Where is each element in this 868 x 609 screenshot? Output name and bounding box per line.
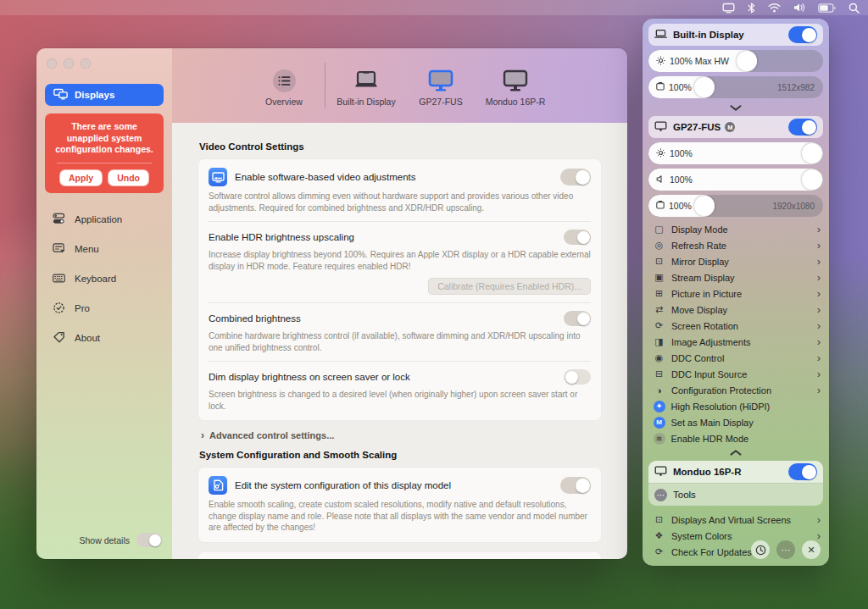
wifi-icon[interactable] [768, 3, 781, 13]
menu-item-displays-and-virtual-screens[interactable]: ⊡ Displays And Virtual Screens › [648, 512, 823, 528]
builtin-display-row[interactable]: Built-in Display [648, 24, 823, 46]
builtin-resolution-slider[interactable]: 100% 1512x982 [648, 76, 823, 98]
dim-on-screensaver-toggle[interactable] [564, 369, 591, 385]
combined-brightness-toggle[interactable] [564, 311, 591, 326]
slider-label: 100% Max HW [670, 56, 729, 66]
gp27-display-row[interactable]: GP27-FUS M [648, 116, 823, 138]
overview-list-icon [273, 69, 296, 92]
tools-row[interactable]: ⋯ Tools [648, 483, 823, 506]
sidebar-item-pro[interactable]: Pro [45, 294, 164, 324]
setting-description: Increase display brightness beyond 100%.… [209, 249, 591, 272]
menu-item-image-adjustments[interactable]: ◨ Image Adjustments › [648, 334, 823, 350]
resolution-value: 1920x1080 [773, 195, 815, 217]
chevron-right-icon: › [817, 256, 821, 267]
bluetooth-icon[interactable] [748, 3, 755, 14]
builtin-display-toggle[interactable] [788, 26, 817, 43]
sidebar-item-about[interactable]: About [45, 324, 164, 353]
tab-built-in-display[interactable]: Built-in Display [329, 65, 403, 107]
gp27-resolution-slider[interactable]: 100% 1920x1080 [648, 195, 823, 217]
configuration-protection-icon: ◑ [653, 385, 665, 396]
tab-gp27-fus-selected[interactable]: GP27-FUS [403, 65, 478, 107]
setting-title: Edit the system configuration of this di… [235, 480, 553, 490]
apply-button[interactable]: Apply [60, 170, 102, 185]
chevron-right-icon: › [817, 272, 821, 283]
betterdisplay-settings-window: Displays There are some unapplied system… [36, 48, 627, 559]
advanced-control-settings-link[interactable]: › Advanced control settings... [201, 429, 602, 441]
sidebar-item-menu[interactable]: Menu [45, 235, 164, 264]
close-panel-button[interactable]: ✕ [802, 540, 821, 559]
video-section-title: Video Control Settings [199, 141, 602, 152]
software-video-adjustments-toggle[interactable] [560, 169, 591, 185]
volume-icon[interactable] [793, 3, 805, 13]
setting-description: Enable smooth scaling, create custom sca… [209, 499, 591, 534]
menu-item-ddc-control[interactable]: ◉ DDC Control › [648, 350, 823, 366]
menu-item-ddc-input-source[interactable]: ⊟ DDC Input Source › [648, 366, 823, 382]
more-options-button[interactable]: ⋯ [776, 540, 795, 559]
chevron-right-icon: › [817, 288, 821, 299]
collapse-builtin-chevron[interactable] [648, 102, 823, 113]
image-adjustments-icon: ◨ [653, 336, 665, 347]
menu-item-move-display[interactable]: ⇄ Move Display › [648, 302, 823, 318]
tab-monduo-16p-r[interactable]: Monduo 16P-R [478, 65, 553, 107]
edit-system-config-toggle[interactable] [560, 477, 591, 494]
ddc-input-source-icon: ⊟ [653, 368, 665, 379]
battery-icon[interactable] [818, 3, 836, 13]
system-colors-icon: ❖ [653, 530, 665, 541]
sidebar-item-keyboard[interactable]: Keyboard [45, 264, 164, 294]
preferences-clock-button[interactable] [751, 540, 770, 559]
gp27-display-toggle[interactable] [788, 119, 817, 136]
video-adjustments-icon [209, 168, 227, 186]
menu-item-refresh-rate[interactable]: ◎ Refresh Rate › [648, 237, 823, 253]
edit-config-icon [209, 476, 227, 495]
monduo-display-row[interactable]: Monduo 16P-R [648, 461, 823, 483]
show-details-toggle[interactable] [136, 533, 162, 547]
menu-item-set-as-main-display[interactable]: M Set as Main Display [648, 414, 823, 430]
resolution-icon [656, 82, 665, 92]
menu-item-picture-in-picture[interactable]: ⊞ Picture in Picture › [648, 285, 823, 302]
tab-overview[interactable]: Overview [247, 65, 321, 107]
menu-item-screen-rotation[interactable]: ⟳ Screen Rotation › [648, 318, 823, 334]
slider-thumb[interactable] [737, 51, 757, 71]
pro-badge-icon [53, 302, 65, 316]
hdr-upscaling-toggle[interactable] [564, 230, 591, 245]
chevron-right-icon: › [817, 224, 821, 235]
mirror-display-icon: ⊡ [653, 256, 665, 267]
zoom-window-button[interactable] [81, 58, 91, 69]
monitor-icon [654, 466, 667, 478]
sidebar-item-label: Keyboard [75, 274, 116, 284]
setting-title: Enable software-based video adjustments [235, 172, 553, 182]
move-display-icon: ⇄ [653, 304, 665, 315]
slider-thumb[interactable] [802, 169, 822, 190]
slider-thumb[interactable] [802, 143, 822, 163]
stream-display-icon: ▣ [653, 272, 665, 283]
setting-title: Dim display brightness on screen saver o… [209, 372, 556, 382]
close-window-button[interactable] [47, 58, 57, 69]
chevron-right-icon: › [817, 240, 821, 251]
slider-label: 100% [670, 174, 693, 185]
sidebar-item-label: Displays [75, 90, 114, 100]
gp27-brightness-slider[interactable]: 100% [648, 142, 823, 164]
builtin-brightness-slider[interactable]: 100% Max HW [648, 50, 823, 72]
setting-title: Combined brightness [209, 313, 556, 324]
menu-item-mirror-display[interactable]: ⊡ Mirror Display › [648, 253, 823, 269]
collapse-gp27-chevron[interactable] [648, 447, 823, 457]
show-details-label: Show details [79, 535, 130, 545]
minimize-window-button[interactable] [64, 58, 74, 69]
monduo-display-toggle[interactable] [788, 463, 817, 480]
search-icon[interactable] [849, 3, 860, 14]
sidebar-item-application[interactable]: Application [45, 205, 164, 235]
chevron-right-icon: › [817, 352, 821, 363]
warning-divider [57, 163, 152, 163]
menu-item-configuration-protection[interactable]: ◑ Configuration Protection › [648, 382, 823, 398]
menu-item-high-resolution-hidpi[interactable]: ✦ High Resolution (HiDPI) [648, 398, 823, 414]
calibrate-button[interactable]: Calibrate (Requires Enabled HDR)... [428, 278, 591, 295]
display-menu-icon[interactable] [722, 3, 735, 14]
tab-label: Monduo 16P-R [486, 97, 546, 107]
menu-item-stream-display[interactable]: ▣ Stream Display › [648, 269, 823, 285]
undo-button[interactable]: Undo [108, 170, 148, 185]
menu-item-enable-hdr-mode[interactable]: ≋ Enable HDR Mode [648, 430, 823, 446]
sidebar-item-displays[interactable]: Displays [45, 84, 164, 106]
gp27-volume-slider[interactable]: 100% [648, 169, 823, 191]
menu-item-display-mode[interactable]: ▢ Display Mode › [648, 221, 823, 237]
slider-label: 100% [670, 148, 693, 158]
